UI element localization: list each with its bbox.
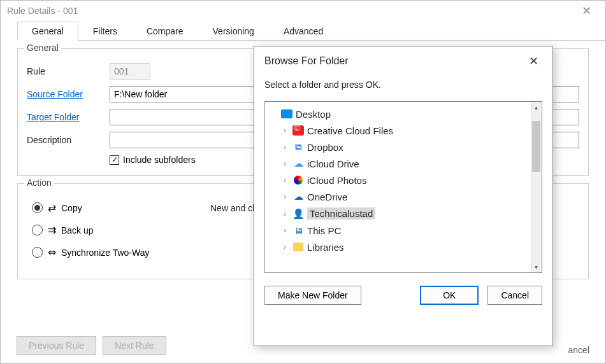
expand-arrow-icon[interactable]: ›	[280, 226, 289, 235]
rule-label: Rule	[27, 66, 110, 76]
scroll-thumb[interactable]	[532, 121, 540, 172]
tree-item-label: Dropbox	[307, 142, 343, 153]
tree-item-desktop[interactable]: ›Desktop	[268, 106, 539, 122]
include-subfolders-label: Include subfolders	[123, 155, 196, 165]
radio-sync-label: Synchronize Two-Way	[61, 248, 150, 258]
browse-folder-dialog: Browse For Folder ✕ Select a folder and …	[254, 46, 553, 346]
tree-item-label: Desktop	[296, 109, 331, 120]
general-legend: General	[24, 43, 61, 53]
window-close-icon[interactable]: ✕	[574, 4, 599, 18]
previous-rule-button[interactable]: Previous Rule	[17, 336, 96, 355]
icloud-icon: ☁	[292, 158, 305, 169]
tree-item-label: Technicalustad	[307, 207, 375, 220]
tab-compare[interactable]: Compare	[132, 22, 198, 41]
radio-backup[interactable]	[32, 225, 43, 235]
scroll-down-icon[interactable]: ▾	[531, 262, 542, 272]
expand-arrow-icon[interactable]: ›	[280, 192, 289, 201]
tree-item-dropbox[interactable]: ›⧉Dropbox	[268, 139, 539, 155]
tab-versioning[interactable]: Versioning	[198, 22, 269, 41]
description-label: Description	[27, 135, 110, 145]
dialog-close-icon[interactable]: ✕	[524, 54, 542, 68]
user-icon: 👤	[292, 208, 305, 220]
thispc-icon: 🖥	[292, 225, 305, 236]
tab-advanced[interactable]: Advanced	[269, 22, 338, 41]
tree-item-label: iCloud Photos	[307, 175, 366, 186]
lib-icon	[292, 241, 305, 253]
tree-item-libraries[interactable]: ›Libraries	[268, 239, 539, 255]
window-title: Rule Details - 001	[7, 6, 574, 16]
radio-backup-label: Back up	[61, 225, 94, 235]
expand-arrow-icon[interactable]: ›	[280, 242, 289, 251]
tree-item-icloud-photos[interactable]: ›iCloud Photos	[268, 172, 539, 188]
tree-item-label: iCloud Drive	[307, 158, 359, 169]
folder-tree: ›Desktop›Creative Cloud Files›⧉Dropbox›☁…	[264, 101, 542, 273]
radio-copy-label: Copy	[61, 203, 82, 213]
titlebar: Rule Details - 001 ✕	[1, 1, 605, 21]
sync-icon: ⇔	[48, 246, 56, 258]
scroll-up-icon[interactable]: ▴	[531, 102, 542, 113]
tab-general[interactable]: General	[17, 22, 78, 41]
backup-icon: ⇉	[48, 224, 56, 236]
cc-icon	[292, 125, 305, 136]
tree-item-label: This PC	[307, 225, 341, 236]
tree-item-onedrive[interactable]: ›☁OneDrive	[268, 188, 539, 205]
next-rule-button[interactable]: Next Rule	[103, 336, 166, 355]
radio-sync[interactable]	[32, 247, 43, 258]
dialog-cancel-button[interactable]: Cancel	[487, 286, 542, 305]
expand-arrow-icon[interactable]: ›	[280, 159, 289, 168]
photos-icon	[292, 174, 305, 186]
dropbox-icon: ⧉	[292, 141, 305, 153]
tab-filters[interactable]: Filters	[78, 22, 132, 41]
tree-item-creative-cloud-files[interactable]: ›Creative Cloud Files	[268, 122, 539, 139]
radio-copy[interactable]	[32, 202, 43, 213]
desktop-icon	[280, 108, 293, 120]
tree-item-label: OneDrive	[307, 192, 347, 202]
tabs: General Filters Compare Versioning Advan…	[17, 21, 605, 41]
dialog-instruction: Select a folder and press OK.	[254, 73, 552, 99]
rule-input	[110, 63, 150, 80]
tree-item-label: Libraries	[307, 242, 344, 253]
copy-icon: ⇄	[48, 202, 56, 214]
tree-item-technicalustad[interactable]: ›👤Technicalustad	[268, 205, 539, 222]
target-folder-link[interactable]: Target Folder	[27, 112, 110, 122]
source-folder-link[interactable]: Source Folder	[27, 89, 110, 99]
onedrive-icon: ☁	[292, 191, 305, 202]
action-legend: Action	[24, 178, 54, 188]
dialog-title: Browse For Folder	[264, 55, 524, 67]
make-new-folder-button[interactable]: Make New Folder	[264, 286, 361, 305]
tree-item-this-pc[interactable]: ›🖥This PC	[268, 222, 539, 239]
tree-item-label: Creative Cloud Files	[307, 125, 393, 136]
cancel-fragment: ancel	[568, 345, 589, 355]
expand-arrow-icon[interactable]: ›	[280, 126, 289, 135]
expand-arrow-icon[interactable]: ›	[280, 176, 289, 185]
include-subfolders-checkbox[interactable]: ✓	[110, 155, 119, 165]
expand-arrow-icon[interactable]: ›	[280, 143, 289, 151]
tree-item-icloud-drive[interactable]: ›☁iCloud Drive	[268, 155, 539, 172]
expand-arrow-icon[interactable]: ›	[280, 209, 289, 218]
tree-scrollbar[interactable]: ▴ ▾	[531, 102, 542, 272]
ok-button[interactable]: OK	[420, 286, 479, 305]
